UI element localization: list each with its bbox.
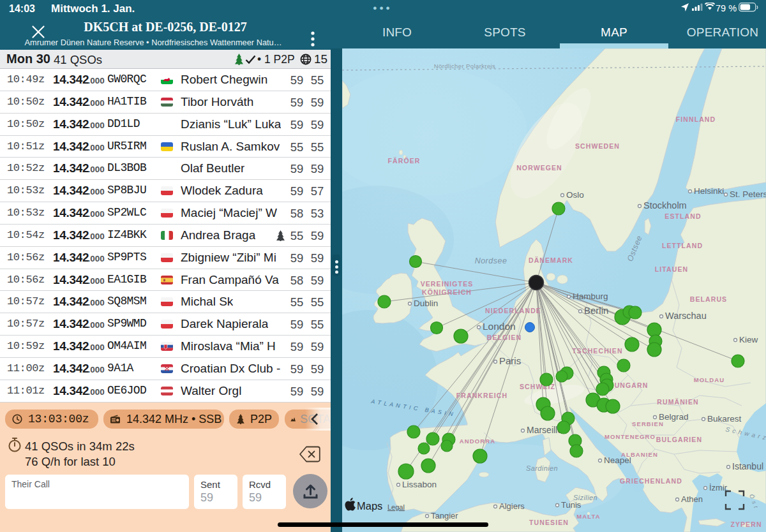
svg-text:DÄNEMARK: DÄNEMARK: [529, 256, 573, 264]
svg-text:TUNESIEN: TUNESIEN: [529, 519, 569, 526]
svg-text:Oslo: Oslo: [566, 190, 584, 200]
svg-text:FÄRÖER: FÄRÖER: [388, 157, 421, 165]
svg-text:Tangier: Tangier: [431, 511, 458, 521]
svg-text:RUMÄNIEN: RUMÄNIEN: [657, 398, 698, 406]
svg-text:BELGIEN: BELGIEN: [487, 334, 522, 341]
svg-text:Sardinien: Sardinien: [526, 464, 558, 472]
svg-text:Hamburg: Hamburg: [573, 292, 608, 301]
svg-text:VEREINIGTES: VEREINIGTES: [421, 280, 474, 288]
svg-text:St. Petersb: St. Petersb: [730, 189, 766, 199]
svg-text:ESTLAND: ESTLAND: [665, 212, 701, 220]
svg-text:Athen: Athen: [681, 494, 703, 504]
svg-text:Neapel: Neapel: [604, 455, 631, 465]
svg-text:KÖNIGREICH: KÖNIGREICH: [422, 288, 472, 296]
svg-text:Warschau: Warschau: [665, 311, 707, 321]
svg-text:GRIECHENLAND: GRIECHENLAND: [620, 477, 682, 485]
svg-text:Legal: Legal: [387, 503, 405, 511]
svg-text:Maps: Maps: [357, 500, 382, 512]
svg-text:Helsinki: Helsinki: [694, 186, 724, 196]
svg-text:SCHWEDEN: SCHWEDEN: [575, 142, 620, 150]
svg-text:BULGARIEN: BULGARIEN: [656, 436, 702, 443]
svg-text:Belgrad: Belgrad: [659, 412, 689, 422]
svg-text:NIEDERLANDE: NIEDERLANDE: [485, 307, 541, 314]
svg-text:Kiew: Kiew: [739, 335, 758, 344]
svg-text:MALTA: MALTA: [576, 513, 600, 520]
svg-text:Stockholm: Stockholm: [643, 200, 687, 211]
svg-text:NORWEGEN: NORWEGEN: [516, 164, 562, 172]
svg-text:Nordsee: Nordsee: [475, 256, 507, 265]
svg-text:Berlin: Berlin: [584, 305, 608, 316]
svg-text:FRANKREICH: FRANKREICH: [456, 392, 507, 399]
svg-text:LETTLAND: LETTLAND: [662, 242, 703, 249]
svg-text:FINNLAND: FINNLAND: [676, 115, 716, 123]
svg-text:TSCHECHIEN: TSCHECHIEN: [572, 347, 622, 355]
svg-text:Tunis: Tunis: [561, 500, 582, 510]
svg-text:LITAUEN: LITAUEN: [655, 265, 688, 273]
svg-text:Paris: Paris: [499, 355, 521, 366]
svg-text:BELARUS: BELARUS: [690, 295, 727, 303]
svg-text:Bukarest: Bukarest: [707, 414, 742, 424]
svg-text:Algiers: Algiers: [499, 501, 525, 511]
svg-text:İzmir: İzmir: [709, 483, 728, 492]
svg-text:UNGARN: UNGARN: [615, 381, 649, 389]
svg-text:Dublin: Dublin: [414, 299, 438, 308]
svg-text:MOLDAU: MOLDAU: [694, 376, 725, 383]
svg-text:ZYPERN: ZYPERN: [730, 521, 762, 528]
svg-text:Nördlicher Polarkreis: Nördlicher Polarkreis: [434, 63, 496, 70]
svg-text:London: London: [483, 321, 516, 332]
svg-text:Lissabon: Lissabon: [402, 480, 437, 489]
svg-text:Istanbul: Istanbul: [732, 461, 763, 471]
svg-text:ANDORRA: ANDORRA: [460, 438, 495, 445]
svg-text:MONTENEGRO: MONTENEGRO: [605, 433, 656, 440]
